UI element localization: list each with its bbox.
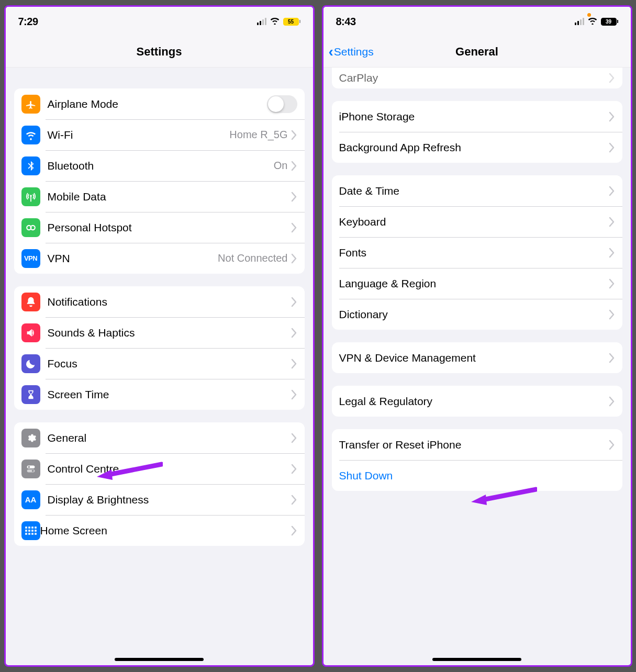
chevron-right-icon bbox=[609, 309, 615, 320]
row-dictionary[interactable]: Dictionary bbox=[332, 299, 622, 330]
chevron-right-icon bbox=[291, 433, 297, 443]
privacy-dot-icon bbox=[587, 13, 591, 17]
bluetooth-value: On bbox=[274, 160, 288, 172]
airplane-toggle[interactable] bbox=[267, 95, 297, 113]
row-wifi[interactable]: Wi-Fi Home R_5G bbox=[14, 119, 305, 150]
back-button[interactable]: ‹ Settings bbox=[329, 46, 374, 58]
svg-line-6 bbox=[108, 464, 162, 475]
row-fonts[interactable]: Fonts bbox=[332, 237, 622, 268]
status-time: 8:43 bbox=[336, 16, 356, 28]
status-time: 7:29 bbox=[18, 16, 38, 28]
chevron-right-icon bbox=[291, 359, 297, 369]
row-language-region[interactable]: Language & Region bbox=[332, 268, 622, 299]
airplane-icon bbox=[21, 95, 40, 114]
row-personal-hotspot[interactable]: Personal Hotspot bbox=[14, 212, 305, 243]
row-legal-regulatory[interactable]: Legal & Regulatory bbox=[332, 386, 622, 417]
battery-icon: 55 bbox=[283, 18, 300, 26]
chevron-right-icon bbox=[609, 248, 615, 258]
svg-marker-7 bbox=[97, 469, 113, 480]
notifications-icon bbox=[21, 293, 40, 311]
phone-general: 8:43 39 ‹ Settings General CarPlay iPhon… bbox=[322, 5, 632, 667]
row-date-time[interactable]: Date & Time bbox=[332, 175, 622, 206]
row-background-app-refresh[interactable]: Background App Refresh bbox=[332, 132, 622, 163]
chevron-right-icon bbox=[291, 297, 297, 307]
row-sounds-haptics[interactable]: Sounds & Haptics bbox=[14, 317, 305, 348]
bluetooth-icon bbox=[21, 156, 40, 175]
svg-point-5 bbox=[31, 469, 34, 472]
nav-header: Settings bbox=[6, 36, 313, 68]
chevron-right-icon bbox=[609, 111, 615, 122]
row-vpn-device-management[interactable]: VPN & Device Management bbox=[332, 342, 622, 373]
nav-header: ‹ Settings General bbox=[323, 36, 631, 68]
chevron-right-icon bbox=[291, 464, 297, 474]
wifi-settings-icon bbox=[21, 126, 40, 144]
speaker-icon bbox=[21, 323, 40, 342]
gear-icon bbox=[21, 429, 40, 447]
app-grid-icon bbox=[21, 521, 40, 540]
tutorial-arrow-icon bbox=[95, 461, 163, 482]
page-title: Settings bbox=[137, 45, 182, 59]
row-focus[interactable]: Focus bbox=[14, 348, 305, 379]
svg-line-8 bbox=[483, 489, 536, 500]
switches-icon bbox=[21, 460, 40, 478]
row-airplane-mode[interactable]: Airplane Mode bbox=[14, 88, 305, 119]
wifi-icon bbox=[270, 16, 280, 27]
row-vpn[interactable]: VPN VPN Not Connected bbox=[14, 243, 305, 274]
home-indicator[interactable] bbox=[432, 658, 521, 661]
chevron-right-icon bbox=[291, 389, 297, 400]
row-display-brightness[interactable]: AA Display & Brightness bbox=[14, 484, 305, 515]
row-bluetooth[interactable]: Bluetooth On bbox=[14, 150, 305, 181]
row-notifications[interactable]: Notifications bbox=[14, 286, 305, 317]
chevron-right-icon bbox=[609, 217, 615, 227]
chevron-right-icon bbox=[609, 396, 615, 407]
chevron-right-icon bbox=[609, 186, 615, 196]
chevron-right-icon bbox=[291, 222, 297, 233]
chevron-right-icon bbox=[609, 440, 615, 450]
wifi-icon bbox=[587, 16, 598, 27]
cellular-signal-icon bbox=[257, 18, 266, 25]
chevron-right-icon bbox=[609, 353, 615, 363]
row-keyboard[interactable]: Keyboard bbox=[332, 206, 622, 237]
row-general[interactable]: General bbox=[14, 422, 305, 453]
wifi-value: Home R_5G bbox=[229, 129, 287, 141]
tutorial-arrow-icon bbox=[469, 486, 537, 507]
antenna-icon bbox=[21, 187, 40, 206]
status-bar: 8:43 39 bbox=[323, 7, 631, 36]
row-transfer-reset-iphone[interactable]: Transfer or Reset iPhone bbox=[332, 429, 622, 460]
text-size-icon: AA bbox=[21, 490, 40, 509]
status-bar: 7:29 55 bbox=[6, 7, 313, 36]
row-mobile-data[interactable]: Mobile Data bbox=[14, 181, 305, 212]
page-title: General bbox=[455, 45, 498, 59]
phone-settings: 7:29 55 Settings Airplane Mode Wi-Fi Hom… bbox=[4, 5, 315, 667]
chevron-right-icon bbox=[609, 73, 615, 83]
row-screen-time[interactable]: Screen Time bbox=[14, 379, 305, 410]
row-carplay[interactable]: CarPlay bbox=[332, 68, 622, 88]
hourglass-icon bbox=[21, 385, 40, 404]
row-iphone-storage[interactable]: iPhone Storage bbox=[332, 101, 622, 132]
home-indicator[interactable] bbox=[115, 658, 204, 661]
chevron-right-icon bbox=[291, 495, 297, 505]
hotspot-icon bbox=[21, 218, 40, 237]
battery-icon: 39 bbox=[601, 18, 618, 26]
cellular-signal-icon bbox=[575, 18, 584, 25]
moon-icon bbox=[21, 354, 40, 373]
chevron-right-icon bbox=[291, 328, 297, 338]
chevron-right-icon bbox=[291, 253, 297, 264]
row-home-screen[interactable]: Home Screen bbox=[14, 515, 305, 546]
chevron-right-icon bbox=[609, 278, 615, 289]
chevron-right-icon bbox=[291, 130, 297, 140]
chevron-right-icon bbox=[609, 142, 615, 153]
chevron-right-icon bbox=[291, 525, 297, 536]
chevron-right-icon bbox=[291, 192, 297, 202]
svg-marker-9 bbox=[471, 495, 487, 505]
vpn-value: Not Connected bbox=[218, 252, 287, 264]
vpn-icon: VPN bbox=[21, 249, 40, 268]
chevron-right-icon bbox=[291, 161, 297, 171]
svg-point-4 bbox=[28, 466, 30, 468]
